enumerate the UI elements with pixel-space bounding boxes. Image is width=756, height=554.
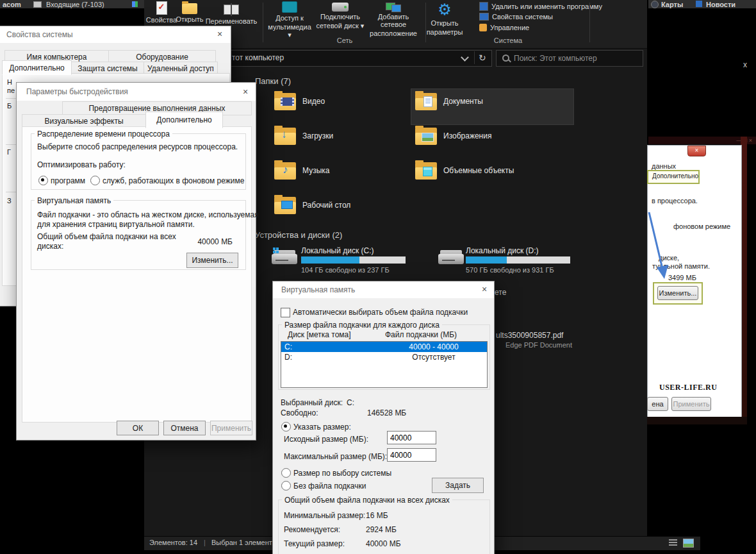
uninstall-program-label: Удалить или изменить программу (491, 3, 602, 10)
app-fragment-label[interactable]: acom (3, 0, 21, 8)
radio-programs[interactable] (38, 176, 48, 185)
pagefile-column-header: Файл подкачки (МБ) (385, 330, 457, 339)
pagefile-desc-line1: Файл подкачки - это область на жестком д… (37, 210, 259, 219)
folder-item-desktop[interactable]: Рабочий стол (302, 201, 350, 210)
current-size-value: 40000 МБ (366, 539, 401, 548)
apply-button[interactable]: Применить (210, 421, 252, 435)
folder-item-downloads[interactable]: Загрузки (302, 131, 333, 140)
set-button[interactable]: Задать (432, 478, 484, 493)
radio-no-pagefile-label[interactable]: Без файла подкачки (293, 482, 366, 491)
system-properties-icon (479, 13, 489, 21)
radio-background-services-label[interactable]: служб, работающих в фоновом режиме (103, 176, 244, 185)
overlay-advanced-tab-fragment: Дополнительно (652, 172, 698, 180)
folder-item-pictures[interactable]: Изображения (443, 131, 491, 140)
folder-item-videos[interactable]: Видео (302, 97, 325, 106)
list-row-d[interactable]: D: Отсутствует (281, 352, 487, 362)
group-fragment-letter: З (7, 197, 12, 205)
desktop-folder-icon[interactable] (274, 195, 297, 214)
drive-c-info: 104 ГБ свободно из 237 ГБ (301, 266, 390, 274)
change-button[interactable]: Изменить... (186, 253, 238, 268)
drive-c-label[interactable]: Локальный диск (C:) (301, 246, 374, 255)
list-row-c-disk: C: (281, 342, 386, 351)
open-button[interactable]: Открыть (173, 1, 206, 23)
overlay-background-fragment: фоновом режиме (673, 222, 730, 230)
gear-icon: ⚙ (438, 1, 452, 18)
inbox-tab-label[interactable]: Входящие (7-103) (46, 0, 104, 8)
stray-close-icon[interactable]: х (743, 60, 747, 69)
drive-pagefile-list[interactable]: C: 40000 - 40000 D: Отсутствует (281, 341, 488, 388)
add-network-location-button[interactable]: Добавить сетевое расположение (366, 1, 420, 37)
free-space-label: Свободно: (281, 408, 318, 417)
max-size-input[interactable] (387, 448, 436, 462)
app-icon[interactable] (132, 1, 138, 7)
overlay-change-button[interactable]: Изменить... (657, 286, 698, 300)
folders-section-header[interactable]: Папки (7) (255, 76, 291, 86)
total-pagefile-group-label: Общий объем файла подкачки на всех диска… (282, 496, 452, 505)
3d-objects-folder-icon[interactable] (415, 160, 438, 180)
tab-advanced[interactable]: Дополнительно (145, 112, 223, 128)
drives-section-header[interactable]: Устройства и диски (2) (255, 230, 342, 240)
rename-button[interactable]: Переименовать (208, 1, 255, 25)
monitor-glyph-icon (281, 201, 293, 209)
manage-button[interactable]: Управление (479, 24, 529, 31)
auto-manage-checkbox[interactable] (281, 308, 290, 317)
groupbox-fragment-line (6, 192, 17, 192)
open-settings-label-2: параметры (427, 28, 463, 36)
recommended-value: 2924 МБ (366, 525, 397, 534)
close-icon[interactable]: × (217, 29, 222, 38)
uninstall-program-button[interactable]: Удалить или изменить программу (479, 2, 602, 11)
radio-programs-label[interactable]: программ (51, 176, 85, 185)
initial-size-input[interactable] (387, 431, 436, 444)
ribbon-group-network-label: Сеть (268, 37, 422, 44)
auto-manage-label[interactable]: Автоматически выбирать объем файла подка… (293, 308, 468, 317)
pictures-folder-icon[interactable] (415, 126, 438, 145)
open-settings-button[interactable]: ⚙ Открыть параметры (424, 1, 465, 36)
overlay-cancel-button-fragment[interactable]: ена (647, 397, 668, 411)
folder-item-documents[interactable]: Документы (443, 97, 483, 106)
documents-folder-icon[interactable] (415, 91, 438, 110)
radio-custom-size[interactable] (281, 422, 291, 432)
radio-custom-size-label[interactable]: Указать размер: (293, 423, 351, 432)
details-view-icon[interactable] (669, 539, 677, 546)
recommended-label: Рекомендуется: (284, 525, 340, 534)
rename-label: Переименовать (206, 17, 258, 25)
radio-no-pagefile[interactable] (281, 481, 291, 491)
manage-icon (479, 24, 487, 31)
overlay-apply-button[interactable]: Применить (671, 397, 711, 411)
list-row-c[interactable]: C: 40000 - 40000 (281, 342, 487, 352)
maps-label[interactable]: Карты (661, 0, 683, 8)
map-drive-label-1: Подключить (320, 13, 360, 21)
thumbnails-view-icon[interactable] (683, 539, 694, 548)
radio-background-services[interactable] (90, 176, 100, 185)
pagefile-total-value: 40000 МБ (192, 237, 233, 246)
downloads-folder-icon[interactable]: ↓ (274, 126, 297, 145)
radio-system-managed[interactable] (281, 468, 291, 478)
map-network-drive-button[interactable]: Подключить сетевой диск ▾ (315, 1, 365, 29)
overlay-close-button[interactable]: × (687, 146, 706, 156)
videos-folder-icon[interactable] (274, 91, 297, 110)
folder-item-music[interactable]: Музыка (302, 166, 329, 175)
status-item-count: Элементов: 14 (149, 539, 197, 546)
close-icon[interactable]: × (243, 87, 248, 96)
news-label[interactable]: Новости (706, 0, 735, 8)
drive-c-icon[interactable] (272, 248, 299, 268)
ribbon-group-system-label: Система (428, 37, 588, 44)
close-icon[interactable]: × (482, 285, 487, 294)
admin-note-fragment-1: Н (7, 78, 12, 86)
map-drive-label-2: сетевой диск ▾ (316, 22, 365, 29)
media-access-button[interactable]: Доступ к мультимедиа ▾ (265, 1, 314, 38)
manage-label: Управление (490, 24, 529, 31)
cancel-button[interactable]: Отмена (163, 421, 206, 435)
folder-item-3d-objects[interactable]: Объемные объекты (443, 166, 514, 175)
radio-system-managed-label[interactable]: Размер по выбору системы (293, 469, 391, 478)
drive-d-label[interactable]: Локальный диск (D:) (466, 246, 539, 255)
ok-button[interactable]: ОК (117, 421, 159, 435)
pdf-file-name-fragment[interactable]: ults3500905857.pdf (496, 331, 563, 340)
music-folder-icon[interactable]: ♪ (274, 160, 297, 180)
drive-d-usage-bar (466, 256, 570, 264)
system-properties-button[interactable]: Свойства системы (479, 13, 553, 21)
drive-d-icon[interactable] (438, 248, 465, 268)
cpu-scheduling-group-label: Распределение времени процессора (35, 130, 172, 138)
refresh-icon[interactable]: ↻ (479, 53, 486, 63)
tab-advanced[interactable]: Дополнительно (2, 60, 72, 75)
